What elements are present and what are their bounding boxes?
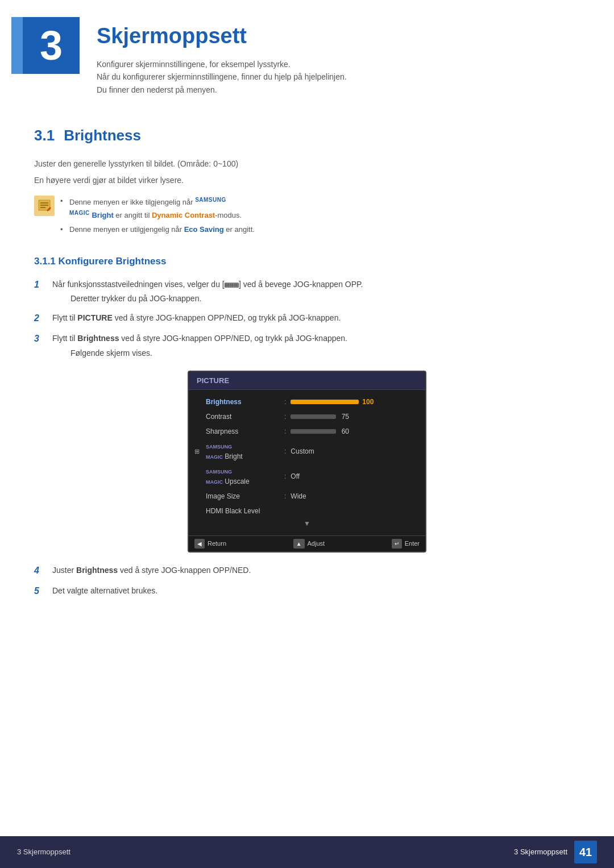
monitor-row-image-size: Image Size : Wide [189,489,425,504]
chapter-title-area: Skjermoppsett Konfigurer skjerminnstilli… [97,17,347,96]
footer-right: 3 Skjermoppsett 41 [514,841,597,863]
step-1: 1 Når funksjonsstastveiledningen vises, … [34,278,580,305]
note-box: Denne menyen er ikke tilgjengelig når SA… [34,196,580,238]
section-31-title: 3.1 Brightness [34,124,580,147]
monitor-row-brightness: Brightness : 100 [189,394,425,409]
chapter-desc2: Når du konfigurerer skjerminnstillingene… [97,70,347,96]
step-3: 3 Flytt til Brightness ved å styre JOG-k… [34,332,580,359]
monitor-row-magic-bright: ⊞ SAMSUNGMAGIC Bright : Custom [189,439,425,464]
step-4: 4 Juster Brightness ved å styre JOG-knap… [34,564,580,578]
footer-return: ◀ Return [194,539,226,549]
monitor-row-hdmi: HDMI Black Level [189,504,425,518]
monitor-footer: ◀ Return ▲ Adjust ↵ Enter [189,535,425,551]
footer-adjust: ▲ Adjust [293,539,325,549]
note-icon [34,196,55,216]
chapter-title: Skjermoppsett [97,20,347,52]
steps-list: 1 Når funksjonsstastveiledningen vises, … [34,278,580,598]
main-content: 3.1 Brightness Juster den generelle lyss… [0,107,614,650]
subsection-311-title: 3.1.1 Konfigurere Brightness [34,254,580,269]
note-list: Denne menyen er ikke tilgjengelig når SA… [60,196,255,238]
monitor-icon: ⊞ [194,447,200,456]
chapter-number: 3 [23,17,80,74]
monitor-row-contrast: Contrast : 75 [189,409,425,424]
monitor-body: Brightness : 100 Contrast : [189,390,425,535]
note-item-1: Denne menyen er ikke tilgjengelig når SA… [60,196,255,222]
step-5: 5 Det valgte alternativet brukes. [34,584,580,598]
brightness-bar [291,400,359,404]
brightness-fill [291,400,359,404]
footer-section-label: 3 Skjermoppsett [17,846,70,858]
chapter-desc1: Konfigurer skjerminnstillingene, for eks… [97,58,347,70]
monitor-mockup: PICTURE Brightness : 100 [188,371,426,553]
chapter-header: 3 Skjermoppsett Konfigurer skjerminnstil… [0,0,614,107]
section-31-desc2: En høyere verdi gjør at bildet virker ly… [34,175,580,186]
monitor-row-magic-upscale: SAMSUNGMAGIC Upscale : Off [189,464,425,489]
page-number: 41 [574,841,597,863]
section-31-body: Juster den generelle lysstyrken til bild… [34,158,580,598]
page-footer: 3 Skjermoppsett 3 Skjermoppsett 41 [0,836,614,868]
monitor-header: PICTURE [189,372,425,391]
monitor-row-sharpness: Sharpness : 60 [189,424,425,439]
section-31-desc1: Juster den generelle lysstyrken til bild… [34,158,580,170]
monitor-scroll-arrow: ▼ [189,518,425,531]
step-2: 2 Flytt til PICTURE ved å styre JOG-knap… [34,312,580,325]
footer-enter: ↵ Enter [392,539,420,549]
note-item-2: Denne menyen er utilgjengelig når Eco Sa… [60,224,255,236]
